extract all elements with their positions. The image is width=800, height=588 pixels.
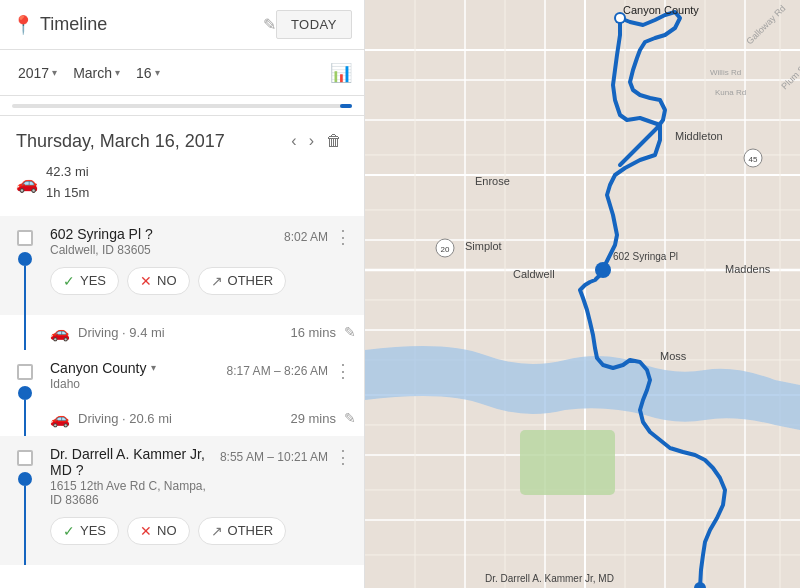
road-label-3: Willis Rd bbox=[710, 68, 741, 77]
checkbox-1[interactable] bbox=[17, 230, 33, 246]
driving-left-2 bbox=[0, 401, 50, 436]
other-label-1: OTHER bbox=[228, 273, 274, 288]
month-chevron-icon: ▾ bbox=[115, 67, 120, 78]
month-value: March bbox=[73, 65, 112, 81]
location-name-row-2: Canyon County ▾ bbox=[50, 360, 156, 376]
location-info-2: Canyon County ▾ Idaho bbox=[50, 360, 156, 391]
location-time-3: 8:55 AM – 10:21 AM bbox=[220, 450, 328, 464]
checkbox-3[interactable] bbox=[17, 450, 33, 466]
syringa-label: 602 Syringa Pl bbox=[613, 251, 678, 262]
timeline-left-1 bbox=[0, 216, 50, 315]
location-info-3: Dr. Darrell A. Kammer Jr, MD ? 1615 12th… bbox=[50, 446, 212, 507]
prev-day-button[interactable]: ‹ bbox=[285, 130, 302, 152]
timeline-bar-container bbox=[0, 96, 364, 116]
year-chevron-icon: ▾ bbox=[52, 67, 57, 78]
top-bar: 📍 Timeline ✎ TODAY bbox=[0, 0, 364, 50]
today-button[interactable]: TODAY bbox=[276, 10, 352, 39]
day-dropdown[interactable]: 16 ▾ bbox=[130, 61, 166, 85]
bar-chart-icon[interactable]: 📊 bbox=[330, 62, 352, 84]
timeline-title: Timeline bbox=[40, 14, 257, 35]
timeline-dot-2 bbox=[18, 386, 32, 400]
yes-button-1[interactable]: ✓ YES bbox=[50, 267, 119, 295]
caldwell-label: Caldwell bbox=[513, 268, 555, 280]
no-label-1: NO bbox=[157, 273, 177, 288]
timeline-bar-fill bbox=[340, 104, 352, 108]
syringa-marker bbox=[595, 262, 611, 278]
location-time-1: 8:02 AM bbox=[284, 230, 328, 244]
location-dropdown-icon-2[interactable]: ▾ bbox=[151, 362, 156, 373]
driving-car-icon-2: 🚗 bbox=[50, 409, 70, 428]
map-pin-icon: 📍 bbox=[12, 14, 34, 36]
location-address-1: Caldwell, ID 83605 bbox=[50, 243, 153, 257]
location-header-1: 602 Syringa Pl ? Caldwell, ID 83605 8:02… bbox=[50, 226, 356, 257]
svg-rect-28 bbox=[520, 430, 615, 495]
date-selector: 2017 ▾ March ▾ 16 ▾ 📊 bbox=[0, 50, 364, 96]
driving-duration-1: 16 mins bbox=[290, 325, 336, 340]
driving-edit-icon-1[interactable]: ✎ bbox=[344, 324, 356, 340]
location-content-2: Canyon County ▾ Idaho 8:17 AM – 8:26 AM … bbox=[50, 350, 364, 401]
moss-label: Moss bbox=[660, 350, 687, 362]
no-button-3[interactable]: ✕ NO bbox=[127, 517, 190, 545]
check-icon-3: ✓ bbox=[63, 523, 75, 539]
driving-segment-1: 🚗 Driving · 9.4 mi 16 mins ✎ bbox=[0, 315, 364, 350]
yes-label-1: YES bbox=[80, 273, 106, 288]
timeline-line-3 bbox=[24, 486, 26, 565]
year-value: 2017 bbox=[18, 65, 49, 81]
driving-line-1 bbox=[24, 315, 26, 350]
delete-day-button[interactable]: 🗑 bbox=[320, 130, 348, 152]
driving-edit-icon-2[interactable]: ✎ bbox=[344, 410, 356, 426]
checkbox-2[interactable] bbox=[17, 364, 33, 380]
other-label-3: OTHER bbox=[228, 523, 274, 538]
day-header: Thursday, March 16, 2017 ‹ › 🗑 bbox=[0, 116, 364, 160]
left-panel: 📍 Timeline ✎ TODAY 2017 ▾ March ▾ 16 ▾ 📊… bbox=[0, 0, 365, 588]
year-dropdown[interactable]: 2017 ▾ bbox=[12, 61, 63, 85]
location-header-3: Dr. Darrell A. Kammer Jr, MD ? 1615 12th… bbox=[50, 446, 356, 507]
more-options-icon-3[interactable]: ⋮ bbox=[330, 446, 356, 468]
day-chevron-icon: ▾ bbox=[155, 67, 160, 78]
timeline-left-2 bbox=[0, 350, 50, 401]
duration-stat: 1h 15m bbox=[46, 183, 89, 204]
timeline-content[interactable]: 602 Syringa Pl ? Caldwell, ID 83605 8:02… bbox=[0, 216, 364, 588]
location-content-1: 602 Syringa Pl ? Caldwell, ID 83605 8:02… bbox=[50, 216, 364, 315]
driving-content-2: 🚗 Driving · 20.6 mi 29 mins ✎ bbox=[50, 401, 364, 436]
next-day-button[interactable]: › bbox=[303, 130, 320, 152]
kammer-label: Dr. Darrell A. Kammer Jr, MD bbox=[485, 573, 614, 584]
location-time-2: 8:17 AM – 8:26 AM bbox=[227, 364, 328, 378]
road-label-4: Kuna Rd bbox=[715, 88, 746, 97]
timeline-dot-1 bbox=[18, 252, 32, 266]
timeline-left-3 bbox=[0, 436, 50, 565]
no-label-3: NO bbox=[157, 523, 177, 538]
location-name-1: 602 Syringa Pl ? bbox=[50, 226, 153, 242]
no-button-1[interactable]: ✕ NO bbox=[127, 267, 190, 295]
driving-line-2 bbox=[24, 401, 26, 436]
timeline-line-1 bbox=[24, 266, 26, 315]
location-address-3: 1615 12th Ave Rd C, Nampa, ID 83686 bbox=[50, 479, 212, 507]
driving-segment-2: 🚗 Driving · 20.6 mi 29 mins ✎ bbox=[0, 401, 364, 436]
timeline-bar bbox=[12, 104, 352, 108]
driving-left-1 bbox=[0, 315, 50, 350]
arrow-icon-3: ↗ bbox=[211, 523, 223, 539]
check-icon-1: ✓ bbox=[63, 273, 75, 289]
canyon-county-label: Canyon County bbox=[623, 4, 699, 16]
location-entry-2: Canyon County ▾ Idaho 8:17 AM – 8:26 AM … bbox=[0, 350, 364, 401]
maddens-label: Maddens bbox=[725, 263, 771, 275]
middleton-label: Middleton bbox=[675, 130, 723, 142]
month-dropdown[interactable]: March ▾ bbox=[67, 61, 126, 85]
yes-button-3[interactable]: ✓ YES bbox=[50, 517, 119, 545]
edit-pencil-icon[interactable]: ✎ bbox=[263, 15, 276, 34]
location-entry-1: 602 Syringa Pl ? Caldwell, ID 83605 8:02… bbox=[0, 216, 364, 315]
day-value: 16 bbox=[136, 65, 152, 81]
hwy-number: 45 bbox=[749, 155, 758, 164]
other-button-3[interactable]: ↗ OTHER bbox=[198, 517, 287, 545]
map-panel[interactable]: 602 Syringa Pl Canyon County Middleton E… bbox=[365, 0, 800, 588]
location-header-2: Canyon County ▾ Idaho 8:17 AM – 8:26 AM … bbox=[50, 360, 356, 391]
hwy-number-2: 20 bbox=[441, 245, 450, 254]
arrow-icon-1: ↗ bbox=[211, 273, 223, 289]
location-info-1: 602 Syringa Pl ? Caldwell, ID 83605 bbox=[50, 226, 153, 257]
other-button-1[interactable]: ↗ OTHER bbox=[198, 267, 287, 295]
simplot-label: Simplot bbox=[465, 240, 502, 252]
action-buttons-3: ✓ YES ✕ NO ↗ OTHER bbox=[50, 517, 356, 545]
more-options-icon-2[interactable]: ⋮ bbox=[330, 360, 356, 382]
x-icon-3: ✕ bbox=[140, 523, 152, 539]
more-options-icon-1[interactable]: ⋮ bbox=[330, 226, 356, 248]
